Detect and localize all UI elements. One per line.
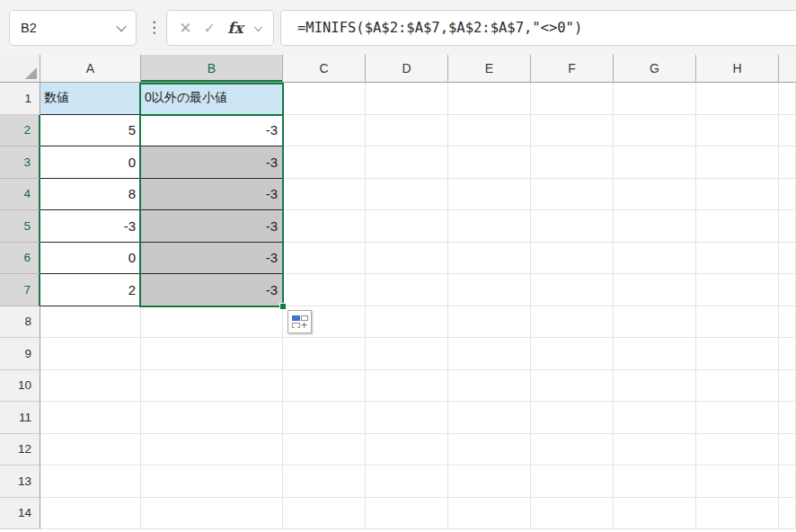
cell[interactable] — [283, 370, 366, 403]
cell[interactable] — [531, 83, 614, 115]
cell[interactable] — [448, 83, 531, 115]
cell[interactable] — [614, 243, 696, 275]
row-header-7[interactable]: 7 — [0, 274, 40, 306]
cell-B2-active[interactable]: -3 — [141, 115, 283, 147]
cell[interactable] — [366, 115, 448, 147]
cell[interactable] — [696, 146, 779, 179]
cell[interactable] — [283, 498, 366, 530]
cell[interactable] — [366, 466, 448, 498]
row-header-10[interactable]: 10 — [0, 370, 40, 403]
fill-handle[interactable] — [279, 303, 287, 310]
cell-B4[interactable]: -3 — [141, 179, 283, 211]
cell[interactable] — [531, 115, 614, 147]
cell[interactable] — [614, 83, 696, 115]
cell[interactable] — [531, 210, 614, 243]
formula-bar[interactable]: =MINIFS($A$2:$A$7,$A$2:$A$7,"<>0") — [280, 10, 796, 46]
column-header-g[interactable]: G — [614, 55, 696, 82]
cell[interactable] — [614, 402, 696, 434]
cell[interactable] — [283, 83, 366, 115]
cell[interactable] — [366, 179, 448, 211]
cell[interactable] — [614, 370, 696, 403]
cell[interactable] — [40, 338, 141, 370]
row-header-11[interactable]: 11 — [0, 402, 40, 434]
cell[interactable] — [283, 466, 366, 498]
cell[interactable] — [531, 402, 614, 434]
insert-function-icon[interactable]: fx — [227, 19, 243, 37]
cell-A2[interactable]: 5 — [40, 115, 141, 147]
cell[interactable] — [531, 146, 614, 179]
cell-A7[interactable]: 2 — [40, 274, 141, 306]
cell[interactable] — [141, 338, 283, 370]
cell[interactable] — [141, 306, 283, 339]
cell[interactable] — [366, 274, 448, 306]
cell-B6[interactable]: -3 — [141, 243, 283, 275]
cell[interactable] — [283, 338, 366, 370]
cell[interactable] — [614, 146, 696, 179]
cell[interactable] — [448, 306, 531, 339]
row-header-3[interactable]: 3 — [0, 146, 40, 179]
cell[interactable] — [283, 146, 366, 179]
cell[interactable] — [696, 402, 779, 434]
cell[interactable] — [366, 83, 448, 115]
cell[interactable] — [696, 338, 779, 370]
row-header-1[interactable]: 1 — [0, 83, 40, 115]
cell[interactable] — [531, 434, 614, 466]
select-all-button[interactable] — [0, 55, 40, 82]
cell[interactable] — [141, 402, 283, 434]
cell-B7[interactable]: -3 — [141, 274, 283, 306]
cell[interactable] — [141, 498, 283, 530]
cell[interactable] — [366, 434, 448, 466]
cell-A4[interactable]: 8 — [40, 179, 141, 211]
cell[interactable] — [448, 338, 531, 370]
cell[interactable] — [366, 306, 448, 339]
cell[interactable] — [614, 115, 696, 147]
row-header-2[interactable]: 2 — [0, 115, 40, 147]
cell[interactable] — [448, 115, 531, 147]
cell[interactable] — [283, 274, 366, 306]
cell[interactable] — [696, 243, 779, 275]
cell[interactable] — [614, 466, 696, 498]
cell[interactable] — [531, 338, 614, 370]
cell[interactable] — [283, 243, 366, 275]
cell[interactable] — [448, 210, 531, 243]
column-header-b[interactable]: B — [141, 55, 283, 82]
cell[interactable] — [40, 370, 141, 403]
row-header-6[interactable]: 6 — [0, 243, 40, 275]
cell[interactable] — [283, 179, 366, 211]
cell[interactable] — [696, 466, 779, 498]
cell[interactable] — [366, 498, 448, 530]
column-header-e[interactable]: E — [448, 55, 531, 82]
cell[interactable] — [366, 146, 448, 179]
cell[interactable] — [696, 83, 779, 115]
cell[interactable] — [141, 434, 283, 466]
cell[interactable] — [696, 498, 779, 530]
cell[interactable] — [448, 179, 531, 211]
cell-A6[interactable]: 0 — [40, 243, 141, 275]
cell[interactable] — [40, 498, 141, 530]
cell[interactable] — [696, 179, 779, 211]
cell[interactable] — [366, 402, 448, 434]
cell[interactable] — [141, 370, 283, 403]
cell[interactable] — [614, 498, 696, 530]
cell[interactable] — [448, 434, 531, 466]
cell[interactable] — [614, 306, 696, 339]
cell[interactable] — [40, 402, 141, 434]
cell[interactable] — [448, 402, 531, 434]
cell-A5[interactable]: -3 — [40, 210, 141, 243]
cell-B3[interactable]: -3 — [141, 146, 283, 179]
column-header-a[interactable]: A — [40, 55, 141, 82]
chevron-down-icon[interactable] — [253, 22, 262, 31]
row-header-5[interactable]: 5 — [0, 210, 40, 243]
cell[interactable] — [448, 466, 531, 498]
cancel-icon[interactable]: ✕ — [179, 19, 191, 38]
cell[interactable] — [614, 274, 696, 306]
cell[interactable] — [448, 146, 531, 179]
column-header-c[interactable]: C — [283, 55, 366, 82]
cell[interactable] — [448, 243, 531, 275]
cell[interactable] — [283, 210, 366, 243]
cell-A1[interactable]: 数値 — [40, 83, 141, 115]
cell[interactable] — [614, 338, 696, 370]
cell-B5[interactable]: -3 — [141, 210, 283, 243]
cell[interactable] — [531, 498, 614, 530]
cell[interactable] — [366, 210, 448, 243]
